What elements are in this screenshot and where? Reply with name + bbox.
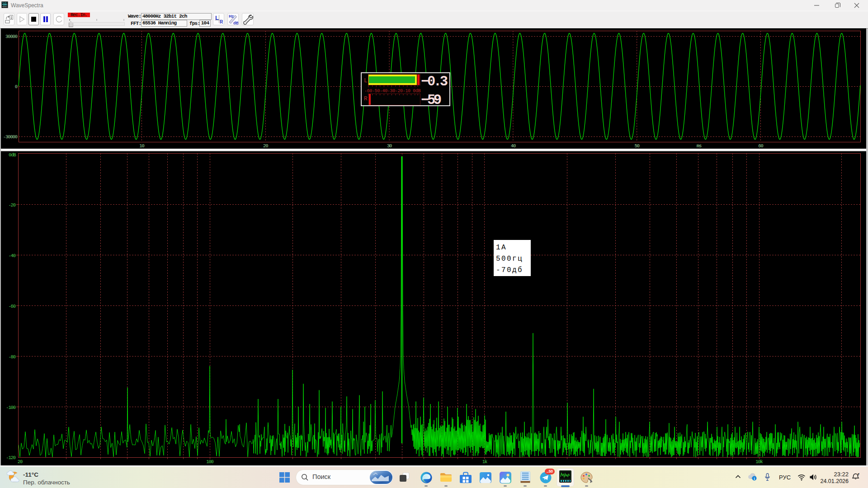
svg-text:-60: -60 bbox=[8, 304, 15, 309]
svg-text:10k: 10k bbox=[755, 459, 763, 465]
svg-text:30000: 30000 bbox=[5, 34, 18, 39]
svg-text:-80: -80 bbox=[8, 354, 15, 360]
svg-text:-100: -100 bbox=[6, 405, 16, 410]
svg-text:-40: -40 bbox=[8, 253, 15, 258]
svg-text:ms: ms bbox=[697, 143, 702, 149]
svg-text:-20: -20 bbox=[8, 202, 15, 208]
svg-text:40: 40 bbox=[511, 143, 516, 149]
svg-text:-30000: -30000 bbox=[3, 134, 18, 140]
svg-text:Hz: Hz bbox=[229, 14, 234, 19]
svg-text:60: 60 bbox=[758, 143, 763, 149]
svg-text:20: 20 bbox=[18, 459, 23, 465]
svg-text:R: R bbox=[220, 19, 223, 24]
svg-text:1k: 1k bbox=[482, 459, 487, 465]
svg-text:100: 100 bbox=[206, 459, 213, 465]
svg-text:20: 20 bbox=[263, 143, 268, 149]
svg-text:dB: dB bbox=[233, 21, 238, 25]
svg-text:-120: -120 bbox=[6, 455, 16, 460]
svg-text:0: 0 bbox=[15, 84, 18, 89]
svg-text:L: L bbox=[215, 14, 219, 21]
svg-text:z: z bbox=[859, 473, 860, 475]
svg-text:30: 30 bbox=[387, 143, 392, 149]
svg-text:-60-50-40-30-20-10 0dB: -60-50-40-30-20-10 0dB bbox=[364, 89, 421, 94]
svg-text:50: 50 bbox=[634, 143, 639, 149]
svg-text:0dB: 0dB bbox=[9, 152, 16, 158]
svg-text:10: 10 bbox=[139, 143, 144, 149]
